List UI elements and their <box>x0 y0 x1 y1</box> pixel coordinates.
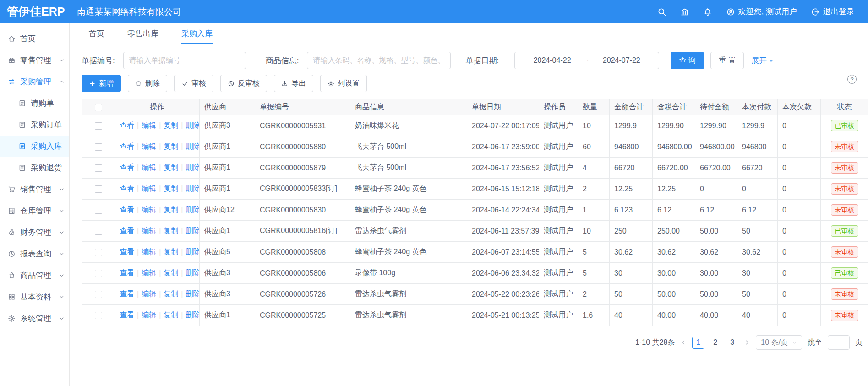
row-delete-link[interactable]: 删除 <box>186 206 199 213</box>
row-delete-link[interactable]: 删除 <box>186 142 199 150</box>
row-edit-link[interactable]: 编辑 <box>142 206 156 213</box>
product-input[interactable] <box>307 52 451 69</box>
row-copy-link[interactable]: 复制 <box>164 121 178 129</box>
row-copy-link[interactable]: 复制 <box>164 227 178 234</box>
row-checkbox[interactable] <box>95 207 102 214</box>
delete-button[interactable]: 删除 <box>128 75 167 92</box>
sidebar-item-purchase-request[interactable]: 请购单 <box>0 92 69 114</box>
audit-button[interactable]: 审核 <box>174 75 213 92</box>
export-button[interactable]: 导出 <box>274 75 313 92</box>
page-size-select[interactable]: 10 条/页 <box>756 335 802 350</box>
row-copy-link[interactable]: 复制 <box>164 290 178 298</box>
row-checkbox[interactable] <box>95 185 102 193</box>
add-button[interactable]: 新增 <box>82 75 121 92</box>
row-checkbox[interactable] <box>95 270 102 277</box>
sidebar-item-system-mgmt[interactable]: 系统管理 <box>0 308 69 329</box>
sidebar-item-warehouse-mgmt[interactable]: 仓库管理 <box>0 200 69 222</box>
row-copy-link[interactable]: 复制 <box>164 311 178 319</box>
row-edit-link[interactable]: 编辑 <box>142 269 156 277</box>
status-badge: 未审核 <box>831 162 858 174</box>
next-page-button[interactable] <box>744 339 750 346</box>
row-delete-link[interactable]: 删除 <box>186 311 199 319</box>
page-button-3[interactable]: 3 <box>726 337 738 349</box>
sidebar-item-finance-mgmt[interactable]: 财务管理 <box>0 222 69 243</box>
row-checkbox[interactable] <box>95 228 102 235</box>
jump-page-input[interactable] <box>828 335 850 350</box>
expand-toggle[interactable]: 展开 <box>751 55 774 66</box>
sidebar-item-goods-mgmt[interactable]: 商品管理 <box>0 265 69 286</box>
action-separator: | <box>137 311 139 319</box>
row-delete-link[interactable]: 删除 <box>186 121 199 129</box>
bell-icon[interactable] <box>703 7 712 16</box>
bank-icon[interactable] <box>680 7 689 16</box>
row-checkbox[interactable] <box>95 249 102 256</box>
column-settings-button[interactable]: 列设置 <box>320 75 367 92</box>
welcome-user[interactable]: 欢迎您, 测试用户 <box>726 6 797 17</box>
row-view-link[interactable]: 查看 <box>120 311 134 319</box>
sidebar-item-home[interactable]: 首页 <box>0 28 69 49</box>
doc-no-input[interactable] <box>123 52 246 69</box>
date-range-input[interactable]: 2024-04-22 ~ 2024-07-22 <box>514 52 659 69</box>
row-checkbox[interactable] <box>95 122 102 130</box>
row-copy-link[interactable]: 复制 <box>164 185 178 192</box>
row-copy-link[interactable]: 复制 <box>164 269 178 277</box>
row-view-link[interactable]: 查看 <box>120 121 134 129</box>
row-checkbox[interactable] <box>95 291 102 298</box>
row-edit-link[interactable]: 编辑 <box>142 311 156 319</box>
row-view-link[interactable]: 查看 <box>120 185 134 192</box>
row-copy-link[interactable]: 复制 <box>164 206 178 213</box>
column-header: 单据编号 <box>255 99 350 115</box>
tab-retail-outbound[interactable]: 零售出库 <box>127 23 158 44</box>
tab-purchase-inbound[interactable]: 采购入库 <box>181 23 213 44</box>
row-edit-link[interactable]: 编辑 <box>142 121 156 129</box>
row-delete-link[interactable]: 删除 <box>186 185 199 192</box>
row-copy-link[interactable]: 复制 <box>164 163 178 171</box>
row-checkbox[interactable] <box>95 164 102 172</box>
sidebar-item-retail-mgmt[interactable]: 零售管理 <box>0 49 69 71</box>
row-delete-link[interactable]: 删除 <box>186 290 199 298</box>
row-edit-link[interactable]: 编辑 <box>142 248 156 256</box>
row-edit-link[interactable]: 编辑 <box>142 227 156 234</box>
row-edit-link[interactable]: 编辑 <box>142 185 156 192</box>
row-view-link[interactable]: 查看 <box>120 269 134 277</box>
row-edit-link[interactable]: 编辑 <box>142 163 156 171</box>
row-delete-link[interactable]: 删除 <box>186 269 199 277</box>
row-delete-link[interactable]: 删除 <box>186 248 199 256</box>
reset-button[interactable]: 重置 <box>710 52 744 69</box>
row-view-link[interactable]: 查看 <box>120 227 134 234</box>
prev-page-button[interactable] <box>680 339 687 346</box>
row-edit-link[interactable]: 编辑 <box>142 290 156 298</box>
row-copy-link[interactable]: 复制 <box>164 142 178 150</box>
page-button-1[interactable]: 1 <box>692 337 704 349</box>
tab-home[interactable]: 首页 <box>89 23 104 44</box>
sidebar-item-purchase-order[interactable]: 采购订单 <box>0 114 69 136</box>
row-checkbox[interactable] <box>95 143 102 151</box>
row-view-link[interactable]: 查看 <box>120 290 134 298</box>
row-delete-link[interactable]: 删除 <box>186 227 199 234</box>
logout-button[interactable]: 退出登录 <box>811 6 854 17</box>
row-view-link[interactable]: 查看 <box>120 206 134 213</box>
sidebar-item-report-query[interactable]: 报表查询 <box>0 243 69 265</box>
sidebar-item-purchase-return[interactable]: 采购退货 <box>0 157 69 179</box>
row-copy-link[interactable]: 复制 <box>164 248 178 256</box>
row-delete-link[interactable]: 删除 <box>186 163 199 171</box>
topbar: 管伊佳ERP 南通某某网络科技有限公司 欢迎您, 测试用户 退出登录 <box>0 0 868 23</box>
page-button-2[interactable]: 2 <box>709 337 721 349</box>
button-label: 删除 <box>145 79 160 88</box>
unaudit-button[interactable]: 反审核 <box>220 75 267 92</box>
debt-cell: 0 <box>778 305 821 326</box>
sidebar-item-purchase-mgmt[interactable]: 采购管理 <box>0 71 69 92</box>
row-view-link[interactable]: 查看 <box>120 248 134 256</box>
search-icon[interactable] <box>657 7 666 16</box>
purchase-inbound-table: 操作供应商单据编号商品信息单据日期操作员数量金额合计含税合计待付金额本次付款本次… <box>82 99 868 326</box>
row-view-link[interactable]: 查看 <box>120 163 134 171</box>
select-all-checkbox[interactable] <box>95 104 102 111</box>
row-edit-link[interactable]: 编辑 <box>142 142 156 150</box>
sidebar-item-basic-data[interactable]: 基本资料 <box>0 286 69 308</box>
sidebar-item-purchase-inbound[interactable]: 采购入库 <box>0 136 69 157</box>
sidebar-item-sales-mgmt[interactable]: 销售管理 <box>0 179 69 200</box>
help-icon[interactable]: ? <box>847 75 857 84</box>
row-view-link[interactable]: 查看 <box>120 142 134 150</box>
query-button[interactable]: 查询 <box>671 52 704 69</box>
row-checkbox[interactable] <box>95 312 102 319</box>
